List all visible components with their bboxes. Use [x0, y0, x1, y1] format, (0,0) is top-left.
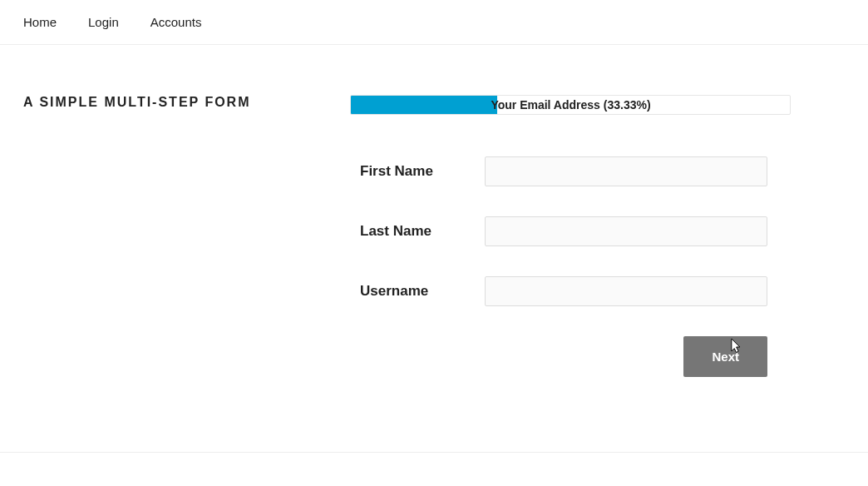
first-name-row: First Name [360, 156, 767, 186]
first-name-label: First Name [360, 163, 485, 180]
form-area: First Name Last Name Username Next [360, 156, 767, 377]
last-name-label: Last Name [360, 223, 485, 240]
progress-bar: Your Email Address (33.33%) [350, 95, 791, 115]
last-name-input[interactable] [485, 216, 767, 246]
nav-accounts[interactable]: Accounts [150, 15, 202, 29]
next-button[interactable]: Next [683, 336, 767, 377]
first-name-input[interactable] [485, 156, 767, 186]
progress-fill [351, 96, 497, 114]
nav-home[interactable]: Home [23, 15, 57, 29]
last-name-row: Last Name [360, 216, 767, 246]
form-actions: Next [360, 336, 767, 377]
header-row: A SIMPLE MULTI-STEP FORM Your Email Addr… [23, 95, 845, 115]
nav-login[interactable]: Login [88, 15, 119, 29]
navbar: Home Login Accounts [0, 0, 868, 45]
page-title: A SIMPLE MULTI-STEP FORM [23, 95, 250, 110]
main-content: A SIMPLE MULTI-STEP FORM Your Email Addr… [0, 45, 868, 453]
username-row: Username [360, 276, 767, 306]
username-label: Username [360, 283, 485, 300]
username-input[interactable] [485, 276, 767, 306]
progress-label: Your Email Address (33.33%) [491, 98, 650, 112]
